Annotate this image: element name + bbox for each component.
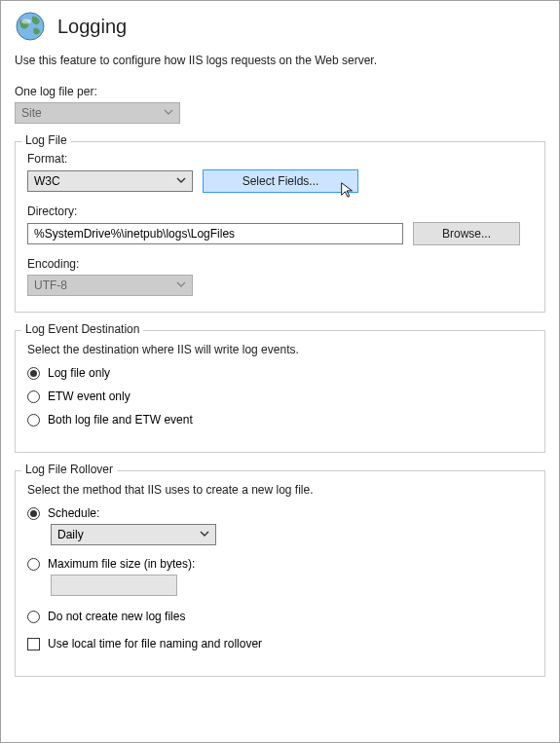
rollover-legend: Log File Rollover bbox=[21, 463, 117, 476]
destination-group: Log Event Destination Select the destina… bbox=[15, 330, 545, 453]
one-log-per-select: Site bbox=[15, 102, 180, 124]
radio-max-size[interactable]: Maximum file size (in bytes): bbox=[27, 557, 533, 571]
rollover-desc: Select the method that IIS uses to creat… bbox=[27, 483, 533, 497]
page-description: Use this feature to configure how IIS lo… bbox=[15, 54, 545, 67]
page-title: Logging bbox=[57, 16, 127, 38]
logging-panel: Logging Use this feature to configure ho… bbox=[0, 0, 560, 743]
one-log-per-label: One log file per: bbox=[15, 85, 545, 98]
chevron-down-icon bbox=[164, 106, 173, 120]
svg-point-1 bbox=[21, 19, 31, 24]
radio-icon bbox=[27, 507, 40, 520]
radio-log-file-only[interactable]: Log file only bbox=[27, 366, 533, 380]
select-fields-button[interactable]: Select Fields... bbox=[203, 169, 358, 193]
radio-label: Schedule: bbox=[48, 506, 99, 520]
browse-button[interactable]: Browse... bbox=[413, 222, 520, 245]
header: Logging bbox=[15, 11, 545, 42]
globe-icon bbox=[15, 11, 46, 42]
format-label: Format: bbox=[27, 152, 533, 166]
schedule-value: Daily bbox=[57, 528, 84, 541]
format-select[interactable]: W3C bbox=[27, 170, 193, 192]
radio-etw-only[interactable]: ETW event only bbox=[27, 390, 533, 403]
checkbox-icon bbox=[27, 638, 40, 650]
encoding-select: UTF-8 bbox=[27, 275, 193, 296]
radio-label: Both log file and ETW event bbox=[48, 413, 193, 427]
encoding-value: UTF-8 bbox=[34, 279, 67, 292]
chevron-down-icon bbox=[176, 174, 186, 188]
radio-icon bbox=[27, 390, 40, 403]
destination-desc: Select the destination where IIS will wr… bbox=[27, 343, 533, 356]
max-size-input bbox=[51, 575, 177, 596]
radio-icon bbox=[27, 611, 40, 623]
radio-icon bbox=[27, 558, 40, 571]
log-file-legend: Log File bbox=[21, 133, 71, 147]
radio-both[interactable]: Both log file and ETW event bbox=[27, 413, 533, 427]
radio-no-create[interactable]: Do not create new log files bbox=[27, 610, 533, 623]
format-value: W3C bbox=[34, 174, 60, 188]
radio-schedule[interactable]: Schedule: bbox=[27, 506, 533, 520]
directory-input[interactable] bbox=[27, 223, 403, 244]
radio-label: ETW event only bbox=[48, 390, 131, 403]
radio-icon bbox=[27, 367, 40, 380]
encoding-label: Encoding: bbox=[27, 257, 533, 271]
radio-label: Do not create new log files bbox=[48, 610, 185, 623]
radio-label: Maximum file size (in bytes): bbox=[48, 557, 195, 571]
destination-legend: Log Event Destination bbox=[21, 322, 143, 336]
checkbox-label: Use local time for file naming and rollo… bbox=[48, 637, 262, 650]
directory-label: Directory: bbox=[27, 204, 533, 218]
schedule-select[interactable]: Daily bbox=[51, 524, 216, 545]
chevron-down-icon bbox=[200, 528, 209, 541]
one-log-per-value: Site bbox=[21, 106, 42, 120]
chevron-down-icon bbox=[176, 279, 186, 292]
rollover-group: Log File Rollover Select the method that… bbox=[15, 470, 545, 677]
radio-icon bbox=[27, 414, 40, 427]
log-file-group: Log File Format: W3C Select Fields... Di… bbox=[15, 141, 545, 313]
checkbox-use-local-time[interactable]: Use local time for file naming and rollo… bbox=[27, 637, 533, 650]
radio-label: Log file only bbox=[48, 366, 110, 380]
